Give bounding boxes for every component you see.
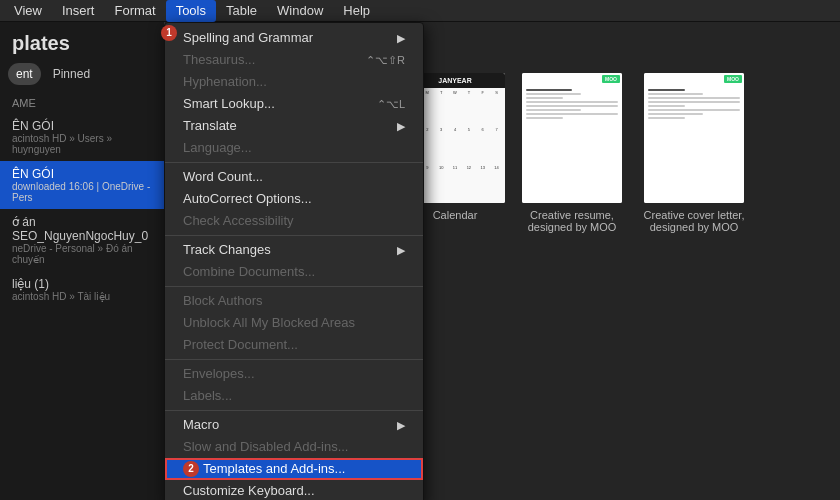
dropdown-item-labels[interactable]: Labels... bbox=[165, 385, 423, 407]
dropdown-item-smartlookup[interactable]: Smart Lookup... ⌃⌥L bbox=[165, 93, 423, 115]
cover-line bbox=[648, 101, 740, 103]
autocorrect-label: AutoCorrect Options... bbox=[183, 188, 312, 210]
templates-label-wrapper: 2 Templates and Add-ins... bbox=[183, 458, 345, 480]
sidebar-item-sublabel-0: acintosh HD » Users » huynguyen bbox=[12, 133, 152, 155]
sidebar-item-0[interactable]: ÊN GÓI acintosh HD » Users » huynguyen bbox=[0, 113, 164, 161]
dropdown-item-spelling[interactable]: 1 Spelling and Grammar ▶ bbox=[165, 27, 423, 49]
menubar-tools[interactable]: Tools bbox=[166, 0, 216, 22]
templates-label: Templates and Add-ins... bbox=[203, 458, 345, 480]
dropdown-item-language[interactable]: Language... bbox=[165, 137, 423, 159]
resume-line bbox=[526, 101, 618, 103]
dropdown-item-protect[interactable]: Protect Document... bbox=[165, 334, 423, 356]
sidebar-item-sublabel-2: neDrive - Personal » Đó án chuyến bbox=[12, 243, 152, 265]
template-resume[interactable]: MOO Creative resume, desig bbox=[517, 73, 627, 233]
dropdown-item-templates[interactable]: 2 Templates and Add-ins... bbox=[165, 458, 423, 480]
resume-line bbox=[526, 89, 572, 91]
resume-line bbox=[526, 97, 563, 99]
cal-cell: 3 bbox=[435, 127, 448, 163]
menubar: View Insert Format Tools Table Window He… bbox=[0, 0, 840, 22]
accessibility-label: Check Accessibility bbox=[183, 210, 294, 232]
resume-line bbox=[526, 113, 618, 115]
template-thumb-cover: MOO bbox=[644, 73, 744, 203]
dropdown-item-envelopes[interactable]: Envelopes... bbox=[165, 363, 423, 385]
labels-label: Labels... bbox=[183, 385, 232, 407]
menubar-view[interactable]: View bbox=[4, 0, 52, 22]
cover-line bbox=[648, 109, 740, 111]
template-cover[interactable]: MOO Creative cover letter, bbox=[639, 73, 749, 233]
dropdown-item-accessibility[interactable]: Check Accessibility bbox=[165, 210, 423, 232]
cover-line bbox=[648, 117, 685, 119]
unblock-label: Unblock All My Blocked Areas bbox=[183, 312, 355, 334]
cal-cell: 14 bbox=[490, 165, 503, 201]
cal-cell: S bbox=[490, 90, 503, 126]
macro-arrow: ▶ bbox=[397, 414, 405, 436]
cal-cell: T bbox=[435, 90, 448, 126]
resume-line bbox=[526, 93, 581, 95]
cal-cell: W bbox=[449, 90, 462, 126]
tools-dropdown: 1 Spelling and Grammar ▶ Thesaurus... ⌃⌥… bbox=[164, 22, 424, 500]
slowaddins-label: Slow and Disabled Add-ins... bbox=[183, 436, 348, 458]
cal-cell: 12 bbox=[462, 165, 475, 201]
hyphenation-label: Hyphenation... bbox=[183, 71, 267, 93]
template-label-calendar: Calendar bbox=[433, 209, 478, 221]
tab-pinned[interactable]: Pinned bbox=[45, 63, 98, 85]
dropdown-item-translate[interactable]: Translate ▶ bbox=[165, 115, 423, 137]
cal-cell: 10 bbox=[435, 165, 448, 201]
dropdown-item-thesaurus[interactable]: Thesaurus... ⌃⌥⇧R bbox=[165, 49, 423, 71]
smartlookup-shortcut: ⌃⌥L bbox=[377, 93, 405, 115]
dropdown-item-customize[interactable]: Customize Keyboard... bbox=[165, 480, 423, 500]
sidebar-item-label-1: ÊN GÓI bbox=[12, 167, 152, 181]
cover-line bbox=[648, 113, 703, 115]
sidebar-item-1[interactable]: ÊN GÓI downloaded 16:06 | OneDrive - Per… bbox=[0, 161, 164, 209]
spelling-label: 1 Spelling and Grammar bbox=[183, 27, 313, 49]
dropdown-item-autocorrect[interactable]: AutoCorrect Options... bbox=[165, 188, 423, 210]
sidebar-item-label-0: ÊN GÓI bbox=[12, 119, 152, 133]
smartlookup-label: Smart Lookup... bbox=[183, 93, 275, 115]
translate-label: Translate bbox=[183, 115, 237, 137]
badge-2: 2 bbox=[183, 461, 199, 477]
language-label: Language... bbox=[183, 137, 252, 159]
cover-line bbox=[648, 93, 703, 95]
customize-label: Customize Keyboard... bbox=[183, 480, 315, 500]
cal-cell: 4 bbox=[449, 127, 462, 163]
dropdown-item-slowaddins[interactable]: Slow and Disabled Add-ins... bbox=[165, 436, 423, 458]
separator-1 bbox=[165, 162, 423, 163]
menubar-insert[interactable]: Insert bbox=[52, 0, 105, 22]
resume-line bbox=[526, 105, 618, 107]
spelling-arrow: ▶ bbox=[397, 27, 405, 49]
dropdown-item-unblock[interactable]: Unblock All My Blocked Areas bbox=[165, 312, 423, 334]
dropdown-item-trackchanges[interactable]: Track Changes ▶ bbox=[165, 239, 423, 261]
thesaurus-shortcut: ⌃⌥⇧R bbox=[366, 49, 405, 71]
dropdown-item-combine[interactable]: Combine Documents... bbox=[165, 261, 423, 283]
trackchanges-label: Track Changes bbox=[183, 239, 271, 261]
translate-arrow: ▶ bbox=[397, 115, 405, 137]
cal-cell: 7 bbox=[490, 127, 503, 163]
menubar-table[interactable]: Table bbox=[216, 0, 267, 22]
sidebar-list-header: ame bbox=[0, 93, 164, 113]
dropdown-item-macro[interactable]: Macro ▶ bbox=[165, 414, 423, 436]
dropdown-item-wordcount[interactable]: Word Count... bbox=[165, 166, 423, 188]
sidebar: plates ent Pinned ame ÊN GÓI acintosh HD… bbox=[0, 22, 165, 500]
menubar-help[interactable]: Help bbox=[333, 0, 380, 22]
sidebar-item-3[interactable]: liệu (1) acintosh HD » Tài liệu bbox=[0, 271, 164, 308]
cal-cell: T bbox=[462, 90, 475, 126]
sidebar-item-label-3: liệu (1) bbox=[12, 277, 152, 291]
sidebar-item-sublabel-1: downloaded 16:06 | OneDrive - Pers bbox=[12, 181, 152, 203]
trackchanges-arrow: ▶ bbox=[397, 239, 405, 261]
cover-thumb: MOO bbox=[644, 73, 744, 203]
tab-recent[interactable]: ent bbox=[8, 63, 41, 85]
cal-cell: F bbox=[476, 90, 489, 126]
dropdown-item-blockauthors[interactable]: Block Authors bbox=[165, 290, 423, 312]
cover-line bbox=[648, 89, 685, 91]
resume-thumb: MOO bbox=[522, 73, 622, 203]
menubar-window[interactable]: Window bbox=[267, 0, 333, 22]
cal-cell: 13 bbox=[476, 165, 489, 201]
cover-line bbox=[648, 97, 740, 99]
cal-cell: 6 bbox=[476, 127, 489, 163]
sidebar-item-sublabel-3: acintosh HD » Tài liệu bbox=[12, 291, 152, 302]
dropdown-item-hyphenation[interactable]: Hyphenation... bbox=[165, 71, 423, 93]
badge-1: 1 bbox=[161, 25, 177, 41]
menubar-format[interactable]: Format bbox=[104, 0, 165, 22]
cal-cell: 11 bbox=[449, 165, 462, 201]
sidebar-item-2[interactable]: ớ án SEO_NguyenNgocHuy_0 neDrive - Perso… bbox=[0, 209, 164, 271]
